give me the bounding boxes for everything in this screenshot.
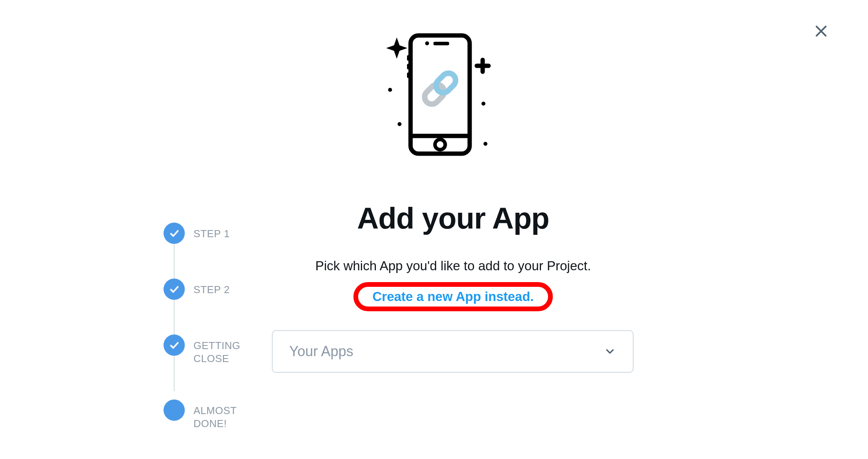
step-connector (174, 300, 175, 335)
create-link-wrapper: Create a new App instead. (353, 282, 553, 311)
svg-point-4 (435, 139, 445, 150)
svg-point-16 (481, 102, 485, 106)
page-title: Add your App (272, 201, 634, 235)
step-3: GETTING CLOSE (164, 334, 252, 365)
your-apps-dropdown[interactable]: Your Apps (272, 330, 634, 373)
step-1: STEP 1 (164, 223, 252, 244)
svg-point-17 (483, 142, 487, 146)
step-circle-3 (164, 334, 185, 356)
step-2: STEP 2 (164, 279, 252, 300)
main-content: Add your App Pick which App you'd like t… (272, 201, 634, 373)
svg-point-6 (425, 41, 429, 45)
close-button[interactable] (812, 22, 831, 41)
chevron-down-icon (604, 345, 616, 358)
check-icon (169, 340, 180, 351)
svg-rect-5 (433, 42, 449, 45)
step-circle-1 (164, 223, 185, 244)
step-label-2: STEP 2 (193, 279, 230, 296)
step-4: ALMOST DONE! (164, 400, 252, 430)
close-icon (813, 23, 829, 39)
check-icon (169, 228, 180, 239)
step-circle-2 (164, 279, 185, 300)
step-connector (174, 244, 175, 279)
step-label-1: STEP 1 (193, 223, 230, 240)
svg-rect-7 (407, 55, 411, 61)
svg-point-15 (398, 122, 401, 126)
step-connector (174, 356, 175, 391)
step-label-4: ALMOST DONE! (193, 400, 252, 430)
stepper: STEP 1 STEP 2 GETTING CLOSE ALMOST DONE! (164, 223, 252, 430)
dropdown-placeholder: Your Apps (289, 343, 353, 360)
svg-rect-11 (433, 70, 458, 95)
page-description: Pick which App you'd like to add to your… (272, 257, 634, 275)
check-icon (169, 284, 180, 295)
svg-rect-9 (407, 72, 411, 78)
create-new-app-link[interactable]: Create a new App instead. (372, 289, 534, 304)
step-circle-4 (164, 400, 185, 421)
svg-rect-8 (407, 64, 411, 69)
step-label-3: GETTING CLOSE (193, 334, 252, 365)
phone-link-illustration (367, 28, 501, 162)
svg-point-14 (388, 88, 392, 92)
